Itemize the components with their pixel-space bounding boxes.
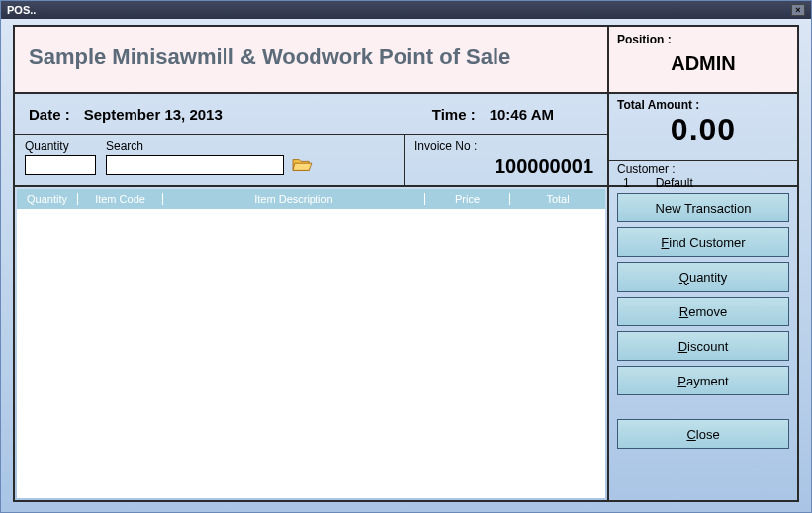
- invoice-value: 100000001: [414, 155, 597, 178]
- qty-search-row: Quantity Search: [15, 135, 609, 187]
- pos-window: POS.. × Sample Minisawmill & Woodwork Po…: [0, 0, 812, 513]
- time-value: 10:46 AM: [490, 106, 554, 123]
- quantity-label: Quantity: [25, 139, 96, 153]
- discount-button[interactable]: Discount: [617, 331, 789, 361]
- customer-cell: Customer : 1 Default: [609, 161, 797, 187]
- datetime-cell: Date : September 13, 2013 Time : 10:46 A…: [15, 94, 609, 135]
- quantity-field-group: Quantity: [25, 139, 96, 175]
- quantity-button[interactable]: Quantity: [617, 262, 789, 292]
- spacer: [617, 400, 789, 414]
- qs-left: Quantity Search: [15, 135, 405, 185]
- close-button[interactable]: Close: [617, 419, 789, 449]
- quantity-input[interactable]: [25, 155, 96, 175]
- search-label: Search: [106, 139, 316, 153]
- left-mid: Date : September 13, 2013 Time : 10:46 A…: [15, 94, 609, 187]
- grid-body[interactable]: [17, 209, 605, 498]
- grid-area: Quantity Item Code Item Description Pric…: [15, 187, 609, 500]
- col-total[interactable]: Total: [510, 193, 605, 205]
- search-input[interactable]: [106, 155, 284, 175]
- window-title: POS..: [7, 4, 36, 16]
- time-label: Time :: [432, 106, 476, 123]
- content-frame: Sample Minisawmill & Woodwork Point of S…: [13, 25, 799, 502]
- mid-row: Date : September 13, 2013 Time : 10:46 A…: [15, 94, 797, 187]
- col-price[interactable]: Price: [425, 193, 510, 205]
- close-icon[interactable]: ×: [791, 4, 805, 16]
- payment-button[interactable]: Payment: [617, 366, 789, 395]
- col-item-code[interactable]: Item Code: [78, 193, 163, 205]
- titlebar: POS.. ×: [1, 1, 811, 19]
- search-field-group: Search: [106, 139, 316, 175]
- col-quantity[interactable]: Quantity: [17, 193, 78, 205]
- folder-open-icon[interactable]: [288, 155, 316, 175]
- title-cell: Sample Minisawmill & Woodwork Point of S…: [15, 27, 609, 94]
- position-value: ADMIN: [617, 52, 789, 75]
- app-title: Sample Minisawmill & Woodwork Point of S…: [29, 44, 593, 70]
- remove-button[interactable]: Remove: [617, 297, 789, 326]
- lower-row: Quantity Item Code Item Description Pric…: [15, 187, 797, 500]
- invoice-cell: Invoice No : 100000001: [405, 135, 607, 185]
- total-label: Total Amount :: [617, 98, 789, 112]
- invoice-label: Invoice No :: [414, 139, 597, 153]
- header-row: Sample Minisawmill & Woodwork Point of S…: [15, 27, 797, 94]
- actions-area: New Transaction Find Customer Quantity R…: [609, 187, 797, 500]
- position-label: Position :: [617, 33, 789, 46]
- new-transaction-button[interactable]: New Transaction: [617, 193, 789, 222]
- right-mid: Total Amount : 0.00 Customer : 1 Default: [609, 94, 797, 187]
- total-cell: Total Amount : 0.00: [609, 94, 797, 161]
- find-customer-button[interactable]: Find Customer: [617, 227, 789, 257]
- customer-label: Customer :: [617, 162, 789, 176]
- position-cell: Position : ADMIN: [609, 27, 797, 94]
- grid-header: Quantity Item Code Item Description Pric…: [17, 189, 605, 209]
- date-value: September 13, 2013: [84, 106, 223, 123]
- total-value: 0.00: [617, 112, 789, 148]
- col-item-description[interactable]: Item Description: [163, 193, 425, 205]
- date-label: Date :: [29, 106, 70, 123]
